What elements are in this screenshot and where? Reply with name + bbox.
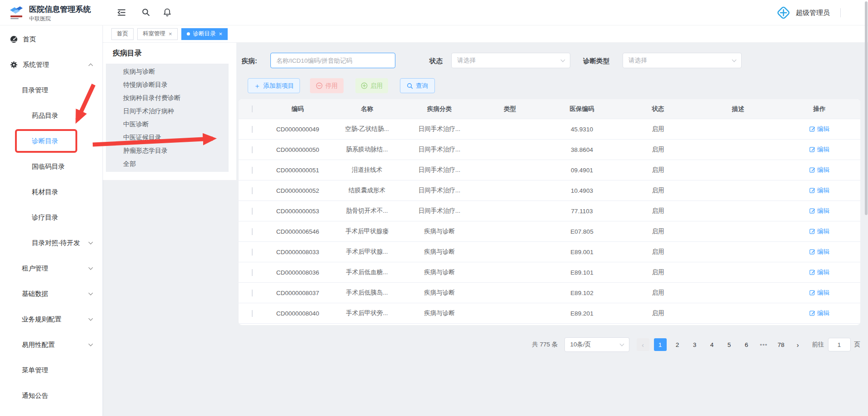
sidebar-item[interactable]: 易用性配置 bbox=[0, 332, 102, 357]
edit-button[interactable]: 编辑 bbox=[809, 207, 829, 215]
panel-title: 疾病目录 bbox=[113, 49, 142, 58]
cell-name: 手术后甲状腺... bbox=[329, 248, 404, 256]
bell-icon[interactable] bbox=[161, 6, 173, 18]
hospital-management-app: 医院信息管理系统 中联医院 超级管理员 bbox=[0, 0, 868, 416]
add-item-button[interactable]: ＋ 添加新项目 bbox=[248, 78, 300, 93]
edit-button[interactable]: 编辑 bbox=[809, 268, 829, 276]
column-header: 名称 bbox=[329, 105, 404, 113]
page-size-select[interactable]: 10条/页 bbox=[564, 337, 629, 352]
cell-category: 疾病与诊断 bbox=[404, 309, 474, 317]
status-select[interactable]: 请选择 bbox=[451, 53, 570, 68]
user-menu[interactable]: 超级管理员 bbox=[775, 0, 841, 25]
sidebar-item[interactable]: 诊断目录 bbox=[0, 128, 102, 154]
sidebar-item[interactable]: 基础数据 bbox=[0, 281, 102, 306]
sidebar-item-label: 易用性配置 bbox=[22, 341, 55, 349]
cell-name: 结膜囊成形术 bbox=[329, 186, 404, 195]
cell-insurance-code: 45.9310 bbox=[545, 126, 619, 133]
category-item[interactable]: 按病种目录付费诊断 bbox=[106, 91, 229, 105]
cell-status: 启用 bbox=[619, 186, 698, 195]
edit-button[interactable]: 编辑 bbox=[809, 166, 829, 174]
sidebar-item[interactable]: 诊疗目录 bbox=[0, 205, 102, 230]
row-checkbox[interactable] bbox=[252, 290, 253, 296]
edit-button[interactable]: 编辑 bbox=[809, 289, 829, 297]
row-checkbox[interactable] bbox=[252, 126, 253, 133]
page-number-button[interactable]: 6 bbox=[740, 338, 753, 351]
column-header: 状态 bbox=[619, 105, 698, 113]
row-checkbox[interactable] bbox=[252, 228, 253, 235]
enable-button[interactable]: 启用 bbox=[355, 78, 388, 93]
cell-category: 疾病与诊断 bbox=[404, 248, 474, 256]
close-tab-icon[interactable]: × bbox=[169, 31, 172, 37]
page-number-button[interactable]: 5 bbox=[723, 338, 736, 351]
collapse-sidebar-icon[interactable] bbox=[115, 6, 127, 18]
cell-status: 启用 bbox=[619, 248, 698, 256]
category-item[interactable]: 特慢病诊断目录 bbox=[106, 78, 229, 91]
category-item[interactable]: 全部 bbox=[106, 157, 229, 170]
page-number-button[interactable]: 2 bbox=[671, 338, 684, 351]
cell-code: CD0000000052 bbox=[266, 187, 329, 194]
row-checkbox[interactable] bbox=[252, 310, 253, 317]
chevron-icon bbox=[89, 265, 93, 270]
row-checkbox[interactable] bbox=[252, 249, 253, 256]
search-icon[interactable] bbox=[140, 6, 152, 18]
cell-category: 日间手术治疗... bbox=[404, 207, 474, 215]
sidebar-item[interactable]: 目录对照-待开发 bbox=[0, 230, 102, 256]
sidebar-item[interactable]: 租户管理 bbox=[0, 256, 102, 281]
page-number-button[interactable]: ••• bbox=[758, 338, 770, 351]
edit-button[interactable]: 编辑 bbox=[809, 186, 829, 195]
sidebar-item-label: 诊疗目录 bbox=[32, 213, 58, 222]
table-header-row: 编码 名称 疾病分类 类型 医保编码 状态 描述 操作 bbox=[239, 99, 860, 119]
page-number-button[interactable]: 4 bbox=[706, 338, 718, 351]
category-item[interactable]: 日间手术治疗病种 bbox=[106, 105, 229, 118]
sidebar-item[interactable]: 业务规则配置 bbox=[0, 306, 102, 332]
cell-name: 空肠-乙状结肠... bbox=[329, 125, 404, 133]
goto-page-input[interactable] bbox=[828, 338, 851, 351]
cell-status: 启用 bbox=[619, 145, 698, 154]
row-checkbox[interactable] bbox=[252, 208, 253, 215]
row-checkbox[interactable] bbox=[252, 269, 253, 276]
sidebar-item-label: 通知公告 bbox=[22, 391, 48, 400]
sidebar-item[interactable]: 药品目录 bbox=[0, 103, 102, 128]
query-button[interactable]: 查询 bbox=[400, 78, 435, 93]
vertical-scrollbar[interactable] bbox=[865, 1, 868, 215]
edit-button[interactable]: 编辑 bbox=[809, 309, 829, 317]
edit-button[interactable]: 编辑 bbox=[809, 248, 829, 256]
category-item[interactable]: 中医证候目录 bbox=[106, 131, 229, 144]
page-number-button[interactable]: 1 bbox=[654, 338, 667, 351]
row-checkbox[interactable] bbox=[252, 187, 253, 194]
disable-button[interactable]: 停用 bbox=[310, 78, 344, 93]
edit-button[interactable]: 编辑 bbox=[809, 125, 829, 133]
cell-name: 肋骨切开术不... bbox=[329, 207, 404, 215]
disease-search-input[interactable] bbox=[270, 53, 395, 68]
next-page-button[interactable]: › bbox=[792, 338, 804, 351]
page-number-button[interactable]: 78 bbox=[775, 338, 788, 351]
page-tab[interactable]: 首页 × bbox=[111, 28, 134, 40]
chevron-down-icon bbox=[561, 57, 565, 62]
category-item[interactable]: 中医诊断 bbox=[106, 118, 229, 131]
sidebar-item[interactable]: 通知公告 bbox=[0, 383, 102, 408]
app-title: 医院信息管理系统 bbox=[29, 4, 91, 15]
edit-button[interactable]: 编辑 bbox=[809, 145, 829, 154]
page-tab[interactable]: 诊断目录 × bbox=[181, 28, 228, 40]
sidebar-item[interactable]: 菜单管理 bbox=[0, 357, 102, 383]
diagnosis-type-select-value: 请选择 bbox=[629, 56, 647, 65]
cell-insurance-code: E07.805 bbox=[545, 228, 619, 235]
row-checkbox[interactable] bbox=[252, 146, 253, 153]
sidebar-item[interactable]: 系统管理 bbox=[0, 52, 102, 77]
column-header: 操作 bbox=[778, 105, 860, 113]
row-checkbox[interactable] bbox=[252, 167, 253, 174]
page-number-button[interactable]: 3 bbox=[688, 338, 701, 351]
sidebar-item[interactable]: 目录管理 bbox=[0, 77, 102, 103]
sidebar-item[interactable]: 国临码目录 bbox=[0, 154, 102, 179]
diagnosis-type-select[interactable]: 请选择 bbox=[623, 53, 742, 68]
sidebar-item[interactable]: 耗材目录 bbox=[0, 179, 102, 205]
sidebar-item[interactable]: 首页 bbox=[0, 26, 102, 52]
close-tab-icon[interactable]: × bbox=[219, 31, 223, 37]
prev-page-button[interactable]: ‹ bbox=[637, 338, 649, 351]
category-item[interactable]: 疾病与诊断 bbox=[106, 65, 229, 78]
page-tab[interactable]: 科室管理 × bbox=[137, 28, 178, 40]
category-item[interactable]: 肿瘤形态学目录 bbox=[106, 144, 229, 157]
select-all-checkbox[interactable] bbox=[252, 105, 253, 112]
cell-status: 启用 bbox=[619, 309, 698, 317]
edit-button[interactable]: 编辑 bbox=[809, 227, 829, 236]
